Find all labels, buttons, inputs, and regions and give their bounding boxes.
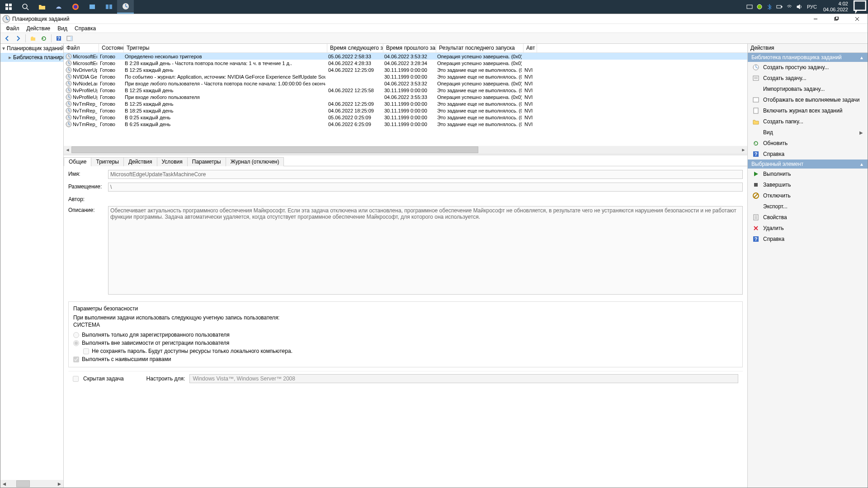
action-view[interactable]: Вид▶ (748, 127, 868, 138)
col-trigger[interactable]: Триггеры (124, 44, 327, 52)
action-disable[interactable]: Отключить (748, 190, 868, 201)
close-button[interactable] (847, 14, 868, 24)
field-description[interactable]: Обеспечивает актуальность программного о… (108, 206, 743, 295)
tray-volume-icon[interactable] (794, 0, 804, 14)
taskbar-task-scheduler[interactable] (117, 0, 134, 14)
window-title: Планировщик заданий (12, 16, 69, 22)
field-name[interactable] (108, 170, 743, 179)
tree-scrollbar[interactable]: ◄► (0, 480, 63, 488)
menubar: Файл Действие Вид Справка (0, 24, 868, 33)
tab-settings[interactable]: Параметры (187, 157, 226, 166)
menu-file[interactable]: Файл (2, 24, 23, 33)
action-create-task[interactable]: Создать задачу... (748, 73, 868, 84)
check-hidden-label: Скрытая задача (83, 375, 124, 382)
start-button[interactable] (0, 0, 17, 14)
tree-root[interactable]: ▾ Планировщик заданий (Ло (0, 44, 63, 53)
tray-bluetooth-icon[interactable] (764, 0, 774, 14)
col-file[interactable]: Файл (64, 44, 99, 52)
tree-library[interactable]: ▸ Библиотека планировщ (0, 53, 63, 62)
action-export[interactable]: Экспорт... (748, 201, 868, 212)
svg-line-5 (27, 8, 28, 10)
task-list-header: Файл Состояние Триггеры Время следующего… (64, 44, 747, 53)
tray-notifications-icon[interactable] (852, 0, 868, 14)
tray-wifi-icon[interactable] (784, 0, 794, 14)
toolbar-help-button[interactable]: ? (54, 34, 64, 43)
tray-icon[interactable] (745, 0, 755, 14)
action-run[interactable]: Выполнить (748, 169, 868, 179)
tab-history[interactable]: Журнал (отключен) (226, 157, 284, 166)
delete-icon (752, 225, 760, 232)
toolbar-up-button[interactable] (28, 34, 38, 43)
actions-section-library[interactable]: Библиотека планировщика заданий▲ (748, 53, 868, 62)
svg-rect-44 (754, 108, 758, 113)
menu-help[interactable]: Справка (71, 24, 99, 33)
search-icon[interactable] (17, 0, 33, 14)
taskbar-app-3[interactable] (100, 0, 117, 14)
task-icon (66, 80, 72, 87)
tray-nvidia-icon[interactable] (755, 0, 764, 14)
list-scrollbar[interactable]: ◄► (64, 146, 747, 154)
task-row[interactable]: NvNodeLau...ГотовоПри входе любого польз… (64, 80, 747, 87)
tray-language[interactable]: РУС (804, 4, 820, 9)
col-last[interactable]: Время прошлого запуска (383, 44, 436, 52)
toolbar-back-button[interactable] (2, 34, 12, 43)
col-state[interactable]: Состояние (99, 44, 124, 52)
svg-rect-0 (5, 4, 8, 6)
taskbar-app-1[interactable] (50, 0, 67, 14)
dropdown-configure-for[interactable]: Windows Vista™, Windows Server™ 2008 (189, 374, 738, 383)
action-help2[interactable]: ?Справка (748, 234, 868, 244)
task-row[interactable]: NvDriverUp...ГотовоВ 12:25 каждый день04… (64, 66, 747, 73)
tree-collapse-icon[interactable]: ▾ (2, 45, 5, 52)
tab-conditions[interactable]: Условия (157, 157, 188, 166)
taskbar-app-2[interactable] (84, 0, 100, 14)
toolbar-panel-toggle-button[interactable] (65, 34, 75, 43)
action-properties[interactable]: Свойства (748, 212, 868, 223)
task-row[interactable]: NVIDIA GeF...ГотовоПо событию - журнал: … (64, 73, 747, 80)
security-account: СИСТЕМА (73, 321, 738, 331)
toolbar-refresh-button[interactable] (39, 34, 49, 43)
minimize-button[interactable] (805, 14, 826, 24)
field-location[interactable] (108, 183, 743, 192)
task-row[interactable]: NvProfileUp...ГотовоВ 12:25 каждый день0… (64, 87, 747, 94)
action-create-basic[interactable]: Создать простую задачу... (748, 62, 868, 73)
tray-battery-icon[interactable] (774, 0, 784, 14)
label-location: Размещение: (68, 183, 108, 190)
toolbar-forward-button[interactable] (13, 34, 23, 43)
svg-text:?: ? (755, 236, 758, 242)
task-row[interactable]: NvTmRep_C...ГотовоВ 0:25 каждый день05.0… (64, 114, 747, 121)
task-row[interactable]: NvTmRep_C...ГотовоВ 18:25 каждый день04.… (64, 107, 747, 114)
tree-expand-icon[interactable]: ▸ (9, 54, 11, 61)
menu-view[interactable]: Вид (54, 24, 71, 33)
action-enable-history[interactable]: Включить журнал всех заданий (748, 105, 868, 116)
toolbar: ? (0, 33, 868, 44)
action-delete[interactable]: Удалить (748, 223, 868, 234)
task-row[interactable]: MicrosoftEd...ГотовоВ 2:28 каждый день -… (64, 60, 747, 66)
action-help1[interactable]: ?Справка (748, 149, 868, 160)
actions-section-selected[interactable]: Выбранный элемент▲ (748, 160, 868, 169)
tab-triggers[interactable]: Триггеры (91, 157, 124, 166)
action-end[interactable]: Завершить (748, 179, 868, 190)
maximize-button[interactable] (826, 14, 847, 24)
svg-text:?: ? (755, 151, 758, 157)
task-row[interactable]: MicrosoftEd...ГотовоОпределено несколько… (64, 53, 747, 60)
help1-icon: ? (752, 150, 760, 158)
task-row[interactable]: NvTmRep_C...ГотовоВ 12:25 каждый день04.… (64, 100, 747, 107)
action-import[interactable]: Импортировать задачу... (748, 84, 868, 94)
col-next[interactable]: Время следующего запуска (327, 44, 383, 52)
action-show-running[interactable]: Отображать все выполняемые задачи (748, 94, 868, 105)
tab-actions[interactable]: Действия (123, 157, 157, 166)
check-nosave-pass-label: Не сохранять пароль. Будут доступны ресу… (92, 348, 292, 354)
action-new-folder[interactable]: Создать папку... (748, 116, 868, 127)
taskbar-firefox[interactable] (67, 0, 84, 14)
col-result[interactable]: Результат последнего запуска (436, 44, 524, 52)
taskbar-explorer[interactable] (33, 0, 50, 14)
task-row[interactable]: NvProfileUp...ГотовоПри входе любого пол… (64, 94, 747, 100)
action-refresh[interactable]: Обновить (748, 138, 868, 149)
tab-general[interactable]: Общие (64, 157, 91, 166)
task-row[interactable]: NvTmRep_C...ГотовоВ 6:25 каждый день04.0… (64, 121, 747, 127)
end-icon (752, 181, 760, 188)
menu-action[interactable]: Действие (23, 24, 54, 33)
titlebar: Планировщик заданий (0, 14, 868, 24)
col-author[interactable]: Авт (524, 44, 537, 52)
tray-clock[interactable]: 4:02 04.06.2022 (820, 1, 852, 13)
